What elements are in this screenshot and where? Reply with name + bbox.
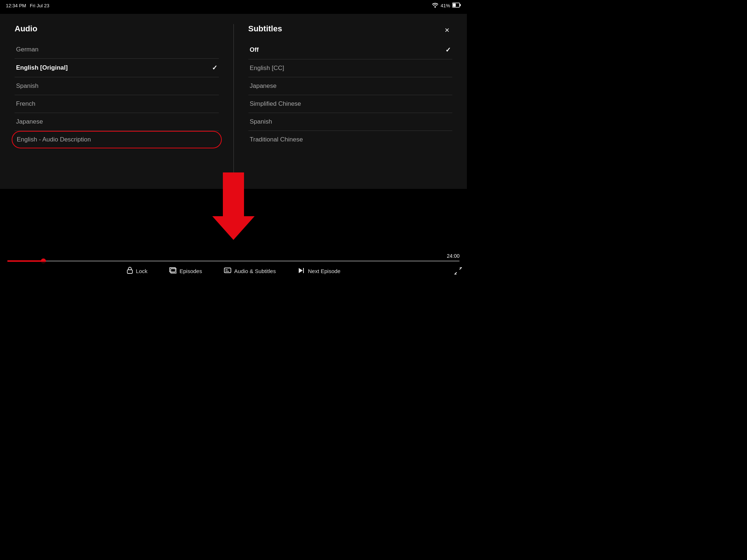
subtitle-item-off[interactable]: Off ✓ (248, 41, 453, 59)
audio-german-label: German (16, 46, 38, 53)
audio-item-spanish[interactable]: Spanish (15, 77, 219, 95)
close-button[interactable]: × (442, 24, 452, 36)
episodes-icon (169, 267, 177, 275)
svg-marker-10 (299, 268, 303, 273)
svg-rect-7 (224, 268, 231, 273)
subtitle-english-cc-label: English [CC] (250, 65, 284, 72)
audio-column: Audio German English [Original] ✓ Spanis… (15, 24, 233, 178)
audio-french-label: French (16, 100, 35, 108)
subtitle-item-english-cc[interactable]: English [CC] (248, 59, 453, 77)
subtitle-item-simplified-chinese[interactable]: Simplified Chinese (248, 95, 453, 113)
svg-point-0 (434, 6, 436, 8)
subtitle-spanish-label: Spanish (250, 118, 272, 125)
svg-rect-3 (453, 3, 456, 7)
audio-japanese-label: Japanese (16, 118, 43, 125)
subtitle-off-check: ✓ (445, 46, 451, 54)
audio-english-ad-label: English - Audio Description (17, 136, 91, 143)
subtitle-traditional-chinese-label: Traditional Chinese (250, 136, 303, 143)
audio-item-english-ad[interactable]: English - Audio Description (12, 131, 222, 148)
wifi-icon (432, 3, 438, 9)
audio-subtitles-label: Audio & Subtitles (234, 268, 276, 274)
svg-rect-2 (460, 4, 461, 6)
subtitle-simplified-chinese-label: Simplified Chinese (250, 100, 301, 108)
subtitle-item-japanese[interactable]: Japanese (248, 77, 453, 95)
audio-item-english-original[interactable]: English [Original] ✓ (15, 59, 219, 77)
next-episode-button[interactable]: Next Episode (298, 267, 340, 275)
audio-item-japanese[interactable]: Japanese (15, 113, 219, 131)
audio-spanish-label: Spanish (16, 82, 38, 90)
expand-icon-left (228, 179, 239, 190)
audio-item-french[interactable]: French (15, 95, 219, 113)
subtitle-item-traditional-chinese[interactable]: Traditional Chinese (248, 131, 453, 148)
episodes-button[interactable]: Episodes (169, 267, 202, 275)
status-icons: 41% (432, 3, 461, 9)
episodes-label: Episodes (179, 268, 202, 274)
subtitles-column: Subtitles × Off ✓ English [CC] Japanese … (234, 24, 453, 178)
status-bar: 12:34 PM Fri Jul 23 41% (0, 0, 467, 11)
audio-subtitles-icon (224, 267, 231, 275)
audio-title: Audio (15, 24, 219, 34)
lock-label: Lock (136, 268, 148, 274)
subtitles-title: Subtitles (248, 24, 453, 34)
audio-english-original-label: English [Original] (16, 64, 68, 71)
subtitle-item-spanish[interactable]: Spanish (248, 113, 453, 131)
audio-subtitles-button[interactable]: Audio & Subtitles (224, 267, 276, 275)
fullscreen-button[interactable] (454, 267, 462, 276)
audio-item-german[interactable]: German (15, 41, 219, 59)
audio-english-original-check: ✓ (212, 64, 217, 72)
battery-text: 41% (441, 3, 450, 8)
bottom-controls: Lock Episodes Audio & Subtitles (0, 262, 467, 280)
svg-rect-4 (127, 270, 132, 273)
subtitle-japanese-label: Japanese (250, 82, 277, 90)
status-time: 12:34 PM (6, 3, 26, 8)
lock-button[interactable]: Lock (127, 267, 148, 276)
panel-overlay: Audio German English [Original] ✓ Spanis… (0, 14, 467, 189)
lock-icon (127, 267, 133, 276)
time-end: 24:00 (447, 253, 460, 259)
battery-icon (452, 3, 461, 9)
status-date: Fri Jul 23 (30, 3, 49, 8)
subtitle-off-label: Off (250, 46, 259, 54)
next-episode-icon (298, 267, 305, 275)
next-episode-label: Next Episode (308, 268, 340, 274)
